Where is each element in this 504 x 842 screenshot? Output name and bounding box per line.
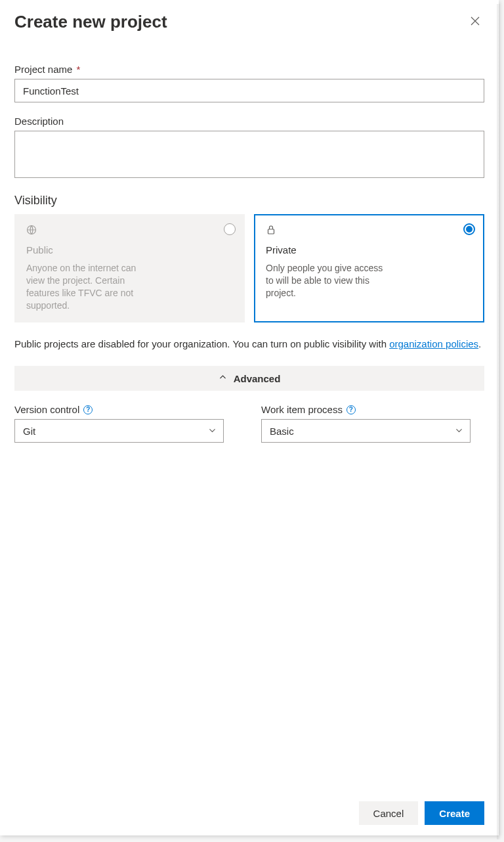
panel-header: Create new project [14, 12, 484, 32]
advanced-label: Advanced [234, 373, 281, 384]
project-name-label: Project name * [14, 64, 484, 75]
visibility-public-title: Public [26, 244, 233, 255]
globe-icon [26, 225, 233, 238]
visibility-public-desc: Anyone on the internet can view the proj… [26, 262, 144, 312]
chevron-down-icon [455, 426, 463, 437]
lock-icon [266, 225, 472, 238]
radio-circle [224, 223, 236, 235]
project-name-label-text: Project name [14, 64, 72, 75]
visibility-options: Public Anyone on the internet can view t… [14, 214, 484, 322]
radio-circle [463, 223, 475, 235]
create-button[interactable]: Create [425, 801, 484, 825]
visibility-private-desc: Only people you give access to will be a… [266, 262, 384, 299]
required-asterisk: * [77, 64, 81, 75]
work-item-process-value: Basic [270, 426, 294, 437]
help-icon[interactable] [83, 405, 93, 414]
close-icon [470, 16, 480, 28]
visibility-option-public: Public Anyone on the internet can view t… [14, 214, 245, 322]
advanced-toggle[interactable]: Advanced [14, 366, 484, 391]
close-button[interactable] [466, 12, 484, 32]
visibility-private-title: Private [266, 244, 472, 255]
chevron-up-icon [219, 372, 227, 384]
description-label: Description [14, 116, 484, 127]
work-item-process-field: Work item process Basic [261, 404, 484, 443]
version-control-value: Git [23, 426, 35, 437]
advanced-section: Version control Git Work item process [14, 404, 484, 443]
organization-policies-link[interactable]: organization policies [389, 338, 478, 349]
visibility-info-text: Public projects are disabled for your or… [14, 337, 484, 352]
work-item-process-select[interactable]: Basic [261, 419, 471, 443]
visibility-option-private[interactable]: Private Only people you give access to w… [254, 214, 484, 322]
panel-footer: Cancel Create [359, 801, 484, 825]
version-control-field: Version control Git [14, 404, 238, 443]
svg-rect-1 [268, 229, 274, 234]
create-project-panel: Create new project Project name * Descri… [0, 0, 499, 835]
description-field: Description [14, 116, 484, 181]
visibility-label: Visibility [14, 194, 484, 208]
chevron-down-icon [208, 426, 217, 437]
work-item-process-label: Work item process [261, 404, 343, 415]
info-suffix: . [478, 338, 481, 349]
project-name-field: Project name * [14, 64, 484, 102]
version-control-select[interactable]: Git [14, 419, 224, 443]
cancel-button[interactable]: Cancel [359, 801, 419, 825]
info-prefix: Public projects are disabled for your or… [14, 338, 389, 349]
panel-title: Create new project [14, 12, 167, 32]
project-name-input[interactable] [14, 79, 484, 102]
description-input[interactable] [14, 131, 484, 178]
help-icon[interactable] [346, 405, 356, 414]
version-control-label: Version control [14, 404, 79, 415]
